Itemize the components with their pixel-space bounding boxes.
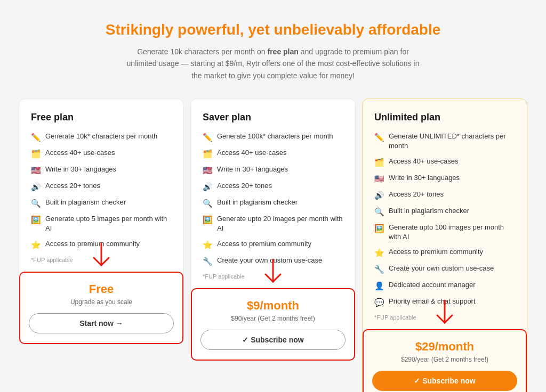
price-main-free: Free: [29, 282, 174, 296]
feature-icon: 🖼️: [203, 214, 213, 225]
feature-text: Write in 30+ languages: [389, 173, 460, 183]
feature-icon: 💬: [374, 297, 384, 308]
plans-container: Free plan✏️Generate 10k* characters per …: [11, 99, 535, 392]
feature-text: Write in 30+ languages: [45, 165, 116, 174]
list-item: 🗂️Access 40+ use-cases: [374, 157, 515, 168]
list-item: ⭐Access to premium community: [374, 247, 515, 258]
list-item: ⭐Access to premium community: [203, 239, 343, 250]
title-regular: Strikingly powerful, yet unbelievably: [106, 21, 368, 38]
feature-text: Write in 30+ languages: [217, 165, 288, 174]
svg-line-1: [94, 258, 101, 265]
cta-button-saver[interactable]: ✓ Subscribe now: [200, 330, 346, 350]
feature-icon: ✏️: [203, 132, 213, 143]
arrow-indicator: [89, 242, 114, 273]
list-item: 🔧Create your own custom use-case: [374, 264, 515, 275]
list-item: ✏️Generate 100k* characters per month: [203, 132, 343, 143]
cta-button-free[interactable]: Start now →: [29, 313, 174, 333]
feature-text: Built in plagiarism checker: [45, 198, 126, 207]
plan-card-unlimited: Unlimited plan✏️Generate UNLIMITED* char…: [362, 99, 527, 392]
feature-text: Generate UNLIMITED* characters per month: [389, 132, 515, 151]
feature-icon: ⭐: [203, 239, 213, 250]
svg-line-7: [437, 315, 445, 323]
price-sub-free: Upgrade as you scale: [29, 298, 174, 306]
feature-text: Access 20+ tones: [217, 181, 272, 191]
feature-icon: 👤: [374, 280, 384, 291]
feature-text: Create your own custom use-case: [389, 264, 494, 273]
feature-icon: 🔧: [203, 256, 213, 267]
feature-text: Access 40+ use-cases: [45, 148, 115, 158]
arrow-indicator: [260, 258, 286, 289]
list-item: 🖼️Generate upto 20 images per month with…: [203, 214, 343, 233]
plan-card-free: Free plan✏️Generate 10k* characters per …: [19, 99, 184, 344]
list-item: 🗂️Access 40+ use-cases: [31, 148, 172, 159]
feature-list-unlimited: ✏️Generate UNLIMITED* characters per mon…: [374, 132, 515, 308]
feature-icon: 🔍: [31, 198, 41, 209]
svg-line-4: [266, 274, 273, 282]
plan-name-unlimited: Unlimited plan: [374, 112, 515, 123]
plan-name-saver: Saver plan: [203, 112, 343, 123]
list-item: 🔊Access 20+ tones: [374, 190, 515, 201]
feature-text: Access 40+ use-cases: [389, 157, 458, 166]
page-container: Strikingly powerful, yet unbelievably af…: [11, 21, 535, 392]
feature-icon: 🗂️: [203, 148, 213, 159]
feature-icon: 🖼️: [31, 214, 41, 225]
feature-icon: 🇺🇸: [31, 165, 41, 176]
list-item: 🔊Access 20+ tones: [31, 181, 172, 192]
page-title: Strikingly powerful, yet unbelievably af…: [11, 21, 535, 38]
feature-icon: 🔊: [31, 181, 41, 192]
subtitle: Generate 10k characters per month on fre…: [124, 46, 422, 81]
feature-icon: 🗂️: [31, 148, 41, 159]
cta-button-unlimited[interactable]: ✓ Subscribe now: [372, 371, 517, 391]
title-highlight: affordable: [368, 21, 440, 38]
feature-icon: 🇺🇸: [203, 165, 213, 176]
list-item: 🖼️Generate upto 5 images per month with …: [31, 214, 172, 233]
plan-name-free: Free plan: [31, 112, 172, 123]
feature-text: Generate upto 20 images per month with A…: [217, 214, 343, 233]
feature-list-free: ✏️Generate 10k* characters per month🗂️Ac…: [31, 132, 172, 250]
feature-text: Generate upto 100 images per month with …: [389, 223, 515, 242]
list-item: 🗂️Access 40+ use-cases: [203, 148, 343, 159]
price-sub-saver: $90/year (Get 2 months free!): [200, 315, 346, 322]
feature-icon: 🗂️: [374, 157, 384, 168]
svg-line-8: [445, 315, 452, 323]
feature-text: Generate upto 5 images per month with AI: [45, 214, 172, 233]
feature-icon: 🔧: [374, 264, 384, 275]
feature-text: Generate 10k* characters per month: [45, 132, 157, 141]
feature-icon: 🖼️: [374, 223, 384, 234]
feature-list-saver: ✏️Generate 100k* characters per month🗂️A…: [203, 132, 343, 266]
header-section: Strikingly powerful, yet unbelievably af…: [11, 21, 535, 81]
list-item: 🖼️Generate upto 100 images per month wit…: [374, 223, 515, 242]
feature-text: Access to premium community: [389, 247, 483, 257]
feature-text: Built in plagiarism checker: [217, 198, 298, 207]
feature-icon: 🔍: [203, 198, 213, 209]
list-item: 🔍Built in plagiarism checker: [31, 198, 172, 209]
feature-text: Access 40+ use-cases: [217, 148, 286, 158]
list-item: 🇺🇸Write in 30+ languages: [31, 165, 172, 176]
list-item: 🇺🇸Write in 30+ languages: [203, 165, 343, 176]
feature-text: Access 20+ tones: [389, 190, 444, 199]
feature-text: Generate 100k* characters per month: [217, 132, 333, 141]
feature-icon: 🔊: [203, 181, 213, 192]
feature-icon: ✏️: [374, 132, 384, 143]
list-item: 🔍Built in plagiarism checker: [203, 198, 343, 209]
feature-icon: 🔊: [374, 190, 384, 201]
list-item: ✏️Generate UNLIMITED* characters per mon…: [374, 132, 515, 151]
feature-text: Access 20+ tones: [45, 181, 100, 191]
price-sub-unlimited: $290/year (Get 2 months free!): [372, 356, 517, 363]
list-item: 🔍Built in plagiarism checker: [374, 206, 515, 217]
list-item: 👤Dedicated account manager: [374, 280, 515, 291]
svg-line-2: [101, 258, 109, 265]
feature-text: Access to premium community: [217, 239, 311, 249]
feature-icon: 🔍: [374, 206, 384, 217]
list-item: 🔊Access 20+ tones: [203, 181, 343, 192]
feature-text: Dedicated account manager: [389, 280, 476, 290]
list-item: 🇺🇸Write in 30+ languages: [374, 173, 515, 184]
price-main-unlimited: $29/month: [372, 340, 517, 354]
pricing-section-unlimited: $29/month$290/year (Get 2 months free!)✓…: [363, 329, 527, 392]
feature-icon: ✏️: [31, 132, 41, 143]
feature-text: Built in plagiarism checker: [389, 206, 469, 216]
feature-icon: 🇺🇸: [374, 173, 384, 184]
arrow-indicator: [432, 299, 457, 330]
feature-icon: ⭐: [31, 239, 41, 250]
feature-icon: ⭐: [374, 247, 384, 258]
